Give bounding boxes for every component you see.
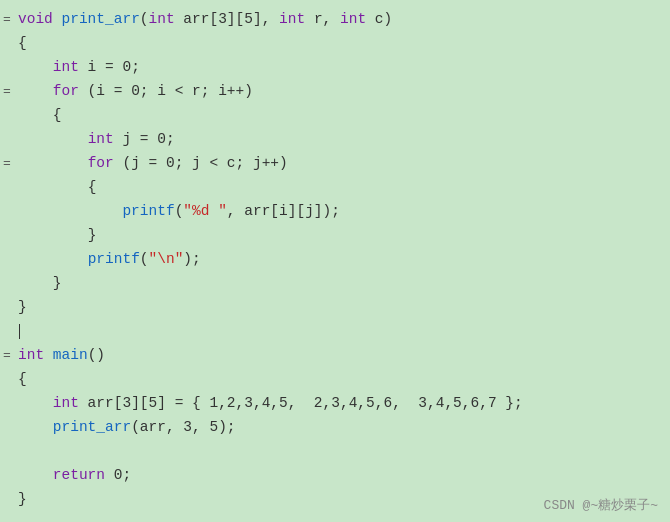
token-plain (44, 347, 53, 363)
code-line: = for (i = 0; i < r; i++) (0, 80, 670, 104)
code-line: printf("\n"); (0, 248, 670, 272)
code-content (18, 320, 662, 344)
code-line: { (0, 104, 670, 128)
token-str: "%d " (183, 203, 227, 219)
token-plain: arr[3][5] = { 1,2,3,4,5, 2,3,4,5,6, 3,4,… (79, 395, 523, 411)
token-kw: int (53, 59, 79, 75)
code-line: } (0, 272, 670, 296)
code-content: print_arr(arr, 3, 5); (18, 416, 662, 440)
code-content: int arr[3][5] = { 1,2,3,4,5, 2,3,4,5,6, … (18, 392, 662, 416)
token-plain: () (88, 347, 105, 363)
token-plain: (j = 0; j < c; j++) (114, 155, 288, 171)
token-plain: ( (140, 11, 149, 27)
token-plain: (arr, 3, 5); (131, 419, 235, 435)
code-content: int main() (18, 344, 662, 368)
token-plain: j = 0; (114, 131, 175, 147)
token-kw: return (53, 467, 105, 483)
code-content: void print_arr(int arr[3][5], int r, int… (18, 8, 662, 32)
code-content: for (j = 0; j < c; j++) (18, 152, 662, 176)
code-content: { (18, 176, 662, 200)
token-plain: arr[3][5], (175, 11, 279, 27)
token-kw: int (18, 347, 44, 363)
gutter-marker: = (0, 9, 18, 30)
code-line: } (0, 296, 670, 320)
code-line: print_arr(arr, 3, 5); (0, 416, 670, 440)
code-line: { (0, 32, 670, 56)
code-line: =int main() (0, 344, 670, 368)
token-plain: c) (366, 11, 392, 27)
token-plain: } (53, 275, 62, 291)
token-kw: int (88, 131, 114, 147)
token-str: "\n" (149, 251, 184, 267)
code-content: { (18, 368, 662, 392)
code-area: =void print_arr(int arr[3][5], int r, in… (0, 0, 670, 520)
token-plain: ); (183, 251, 200, 267)
code-line: printf("%d ", arr[i][j]); (0, 200, 670, 224)
token-plain: (i = 0; i < r; i++) (79, 83, 253, 99)
token-kw: for (53, 83, 79, 99)
token-kw: int (340, 11, 366, 27)
token-plain: { (53, 107, 62, 123)
token-kw: int (149, 11, 175, 27)
gutter-marker: = (0, 153, 18, 174)
token-plain: { (18, 371, 27, 387)
token-fn: main (53, 347, 88, 363)
gutter-marker: = (0, 345, 18, 366)
token-plain: 0; (105, 467, 131, 483)
code-line: { (0, 176, 670, 200)
token-plain: } (88, 227, 97, 243)
code-line: } (0, 224, 670, 248)
code-line (0, 440, 670, 464)
token-kw: void (18, 11, 53, 27)
watermark: CSDN @~糖炒栗子~ (544, 496, 658, 514)
token-plain: i = 0; (79, 59, 140, 75)
code-content: } (18, 272, 662, 296)
token-fn: print_arr (62, 11, 140, 27)
code-content: } (18, 224, 662, 248)
token-plain (53, 11, 62, 27)
code-content: } (18, 296, 662, 320)
code-content: { (18, 32, 662, 56)
code-content: for (i = 0; i < r; i++) (18, 80, 662, 104)
token-plain: { (18, 35, 27, 51)
token-fn: print_arr (53, 419, 131, 435)
token-plain: } (18, 299, 27, 315)
token-kw: int (53, 395, 79, 411)
code-content: { (18, 104, 662, 128)
token-fn: printf (122, 203, 174, 219)
code-line: int arr[3][5] = { 1,2,3,4,5, 2,3,4,5,6, … (0, 392, 670, 416)
code-editor: =void print_arr(int arr[3][5], int r, in… (0, 0, 670, 522)
token-plain: r, (305, 11, 340, 27)
code-content: return 0; (18, 464, 662, 488)
code-content: printf("\n"); (18, 248, 662, 272)
gutter-marker: = (0, 81, 18, 102)
code-line: =void print_arr(int arr[3][5], int r, in… (0, 8, 670, 32)
token-plain: , arr[i][j]); (227, 203, 340, 219)
code-content: printf("%d ", arr[i][j]); (18, 200, 662, 224)
token-kw: for (88, 155, 114, 171)
code-line: = for (j = 0; j < c; j++) (0, 152, 670, 176)
code-line: int j = 0; (0, 128, 670, 152)
code-line: return 0; (0, 464, 670, 488)
token-plain: } (18, 491, 27, 507)
token-kw: int (279, 11, 305, 27)
token-plain: { (88, 179, 97, 195)
code-line (0, 320, 670, 344)
text-cursor (19, 324, 20, 339)
code-content: int j = 0; (18, 128, 662, 152)
code-line: { (0, 368, 670, 392)
code-line: int i = 0; (0, 56, 670, 80)
token-fn: printf (88, 251, 140, 267)
token-plain: ( (140, 251, 149, 267)
code-content: int i = 0; (18, 56, 662, 80)
